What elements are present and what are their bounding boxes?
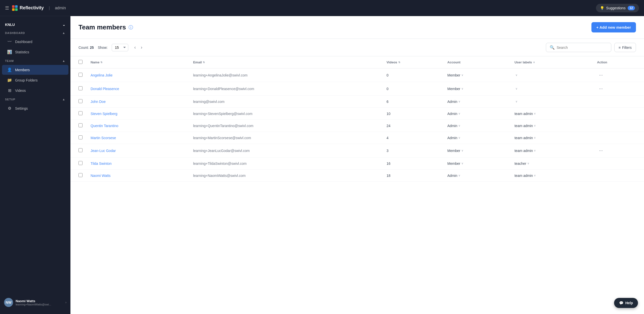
app-name: Reflectivity: [20, 5, 44, 11]
action-menu-button[interactable]: ···: [597, 147, 605, 154]
th-name[interactable]: Name ⇅: [87, 56, 189, 68]
row-checkbox-cell: [70, 158, 87, 170]
row-checkbox[interactable]: [78, 86, 83, 90]
sidebar-item-settings[interactable]: ⚙ Settings: [2, 103, 68, 113]
info-icon[interactable]: ⓘ: [129, 24, 133, 30]
row-videos-cell: 16: [382, 158, 443, 170]
label-value: teacher: [514, 162, 526, 166]
account-value: Admin: [447, 136, 457, 140]
row-checkbox[interactable]: [78, 173, 83, 177]
row-checkbox[interactable]: [78, 111, 83, 115]
th-email[interactable]: Email ⇅: [189, 56, 383, 68]
chevron-up-icon: ▲: [62, 31, 65, 35]
logo-sq-red: [12, 5, 15, 8]
sidebar-user[interactable]: NW Naomi Watts learning+NaomiWatts@swi..…: [0, 295, 70, 310]
row-account-cell: Member ∨: [443, 82, 510, 96]
sidebar-section-team-label: TEAM: [5, 59, 14, 62]
account-chevron-icon[interactable]: ∨: [458, 112, 460, 115]
row-account-cell: Member ∨: [443, 158, 510, 170]
sidebar-item-members[interactable]: 👤 Members: [2, 65, 68, 75]
member-link[interactable]: Tilda Swinton: [91, 162, 112, 166]
row-checkbox[interactable]: [78, 148, 83, 152]
sidebar-item-videos[interactable]: ⊞ Videos: [2, 86, 68, 95]
action-menu-button[interactable]: ···: [597, 72, 605, 78]
label-chevron-icon[interactable]: ∨: [515, 100, 517, 103]
row-checkbox[interactable]: [78, 161, 83, 165]
table-controls: Count: 25 Show: 15 25 50 100 ‹ › 🔍 ≡: [70, 39, 644, 56]
filters-label: Filters: [622, 46, 632, 50]
add-new-member-button[interactable]: + Add new member: [591, 22, 636, 32]
row-email-cell: learning+TildaSwinton@swivl.com: [189, 158, 383, 170]
show-select[interactable]: 15 25 50 100: [112, 44, 128, 51]
table-row: Naomi Watts learning+NaomiWatts@swivl.co…: [70, 170, 644, 182]
label-chevron-icon[interactable]: ∨: [515, 87, 517, 90]
row-account-cell: Admin ∨: [443, 170, 510, 182]
sidebar-section-setup[interactable]: SETUP ▲: [0, 96, 70, 103]
action-menu-button[interactable]: ···: [597, 86, 605, 92]
select-all-checkbox[interactable]: [78, 60, 83, 64]
help-button[interactable]: 💬 Help: [614, 298, 638, 308]
member-link[interactable]: Steven Spielberg: [91, 112, 117, 116]
row-videos-cell: 6: [382, 96, 443, 108]
member-link[interactable]: Jean-Luc Godar: [91, 149, 116, 153]
prev-page-button[interactable]: ‹: [132, 44, 138, 51]
label-chevron-icon[interactable]: ∨: [534, 174, 536, 177]
member-link[interactable]: Quentin Tarantino: [91, 124, 118, 128]
sidebar-item-group-folders[interactable]: 📁 Group Folders: [2, 75, 68, 85]
label-chevron-icon[interactable]: ∨: [534, 124, 536, 127]
user-name: Naomi Watts: [16, 299, 63, 303]
row-labels-cell: team admin ∨: [510, 132, 593, 144]
logo-sq-green: [15, 8, 18, 11]
sidebar-section-dashboard[interactable]: DASHBOARD ▲: [0, 29, 70, 37]
row-checkbox[interactable]: [78, 99, 83, 103]
org-name: KNLU: [5, 23, 15, 27]
filters-button[interactable]: ≡ Filters: [614, 43, 636, 52]
controls-right: 🔍 ≡ Filters: [546, 43, 636, 52]
member-link[interactable]: Naomi Watts: [91, 174, 111, 178]
row-email-cell: learning+StevenSpielberg@swivl.com: [189, 108, 383, 120]
account-chevron-icon[interactable]: ∨: [461, 149, 463, 152]
account-chevron-icon[interactable]: ∨: [458, 136, 460, 139]
account-chevron-icon[interactable]: ∨: [458, 100, 460, 103]
row-checkbox-cell: [70, 82, 87, 96]
th-user-labels[interactable]: User labels ∨: [510, 56, 593, 68]
account-chevron-icon[interactable]: ∨: [461, 162, 463, 165]
label-chevron-icon[interactable]: ∨: [515, 73, 517, 77]
sidebar-item-videos-label: Videos: [15, 89, 26, 93]
table-row: Donald Pleasence learning+DonaldPleasenc…: [70, 82, 644, 96]
user-info: Naomi Watts learning+NaomiWatts@swi...: [16, 299, 63, 306]
label-chevron-icon[interactable]: ∨: [527, 162, 529, 165]
account-chevron-icon[interactable]: ∨: [461, 73, 463, 77]
row-email-cell: learning+JeanLucGodar@swivl.com: [189, 144, 383, 158]
member-link[interactable]: Angelina Jolie: [91, 73, 112, 77]
org-selector[interactable]: KNLU ⌄: [0, 20, 70, 29]
sidebar-section-team[interactable]: TEAM ▲: [0, 57, 70, 65]
main-layout: KNLU ⌄ DASHBOARD ▲ 〰 Dashboard 📊 Statist…: [0, 16, 644, 314]
row-checkbox[interactable]: [78, 123, 83, 127]
member-link[interactable]: Martin Scorsese: [91, 136, 116, 140]
row-account-cell: Member ∨: [443, 68, 510, 82]
account-chevron-icon[interactable]: ∨: [461, 87, 463, 90]
row-account-cell: Member ∨: [443, 144, 510, 158]
sidebar-item-statistics[interactable]: 📊 Statistics: [2, 47, 68, 57]
row-checkbox[interactable]: [78, 135, 83, 139]
row-labels-cell: ∨: [510, 96, 593, 108]
table-row: Martin Scorsese learning+MartinScorsese@…: [70, 132, 644, 144]
account-chevron-icon[interactable]: ∨: [458, 124, 460, 127]
label-chevron-icon[interactable]: ∨: [534, 136, 536, 139]
account-chevron-icon[interactable]: ∨: [458, 174, 460, 177]
suggestions-button[interactable]: 💡 Suggestions 12: [596, 4, 639, 12]
row-checkbox[interactable]: [78, 73, 83, 77]
next-page-button[interactable]: ›: [139, 44, 144, 51]
label-chevron-icon[interactable]: ∨: [534, 149, 536, 152]
row-name-cell: Quentin Tarantino: [87, 120, 189, 132]
th-videos[interactable]: Videos ⇅: [382, 56, 443, 68]
member-link[interactable]: Donald Pleasence: [91, 87, 119, 91]
member-link[interactable]: John Doe: [91, 100, 106, 104]
search-input[interactable]: [557, 46, 608, 50]
row-labels-cell: team admin ∨: [510, 108, 593, 120]
label-chevron-icon[interactable]: ∨: [534, 112, 536, 115]
user-chevron-icon: ›: [65, 301, 66, 304]
sidebar-item-dashboard[interactable]: 〰 Dashboard: [2, 37, 68, 47]
menu-icon[interactable]: ☰: [5, 5, 9, 11]
